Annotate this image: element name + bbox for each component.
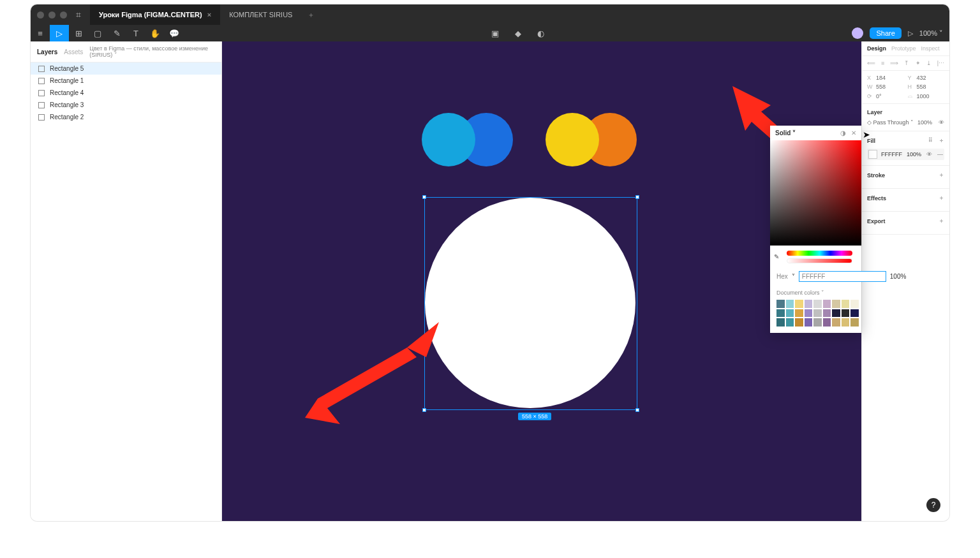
- layer-opacity[interactable]: 100%: [917, 119, 932, 126]
- hue-slider[interactable]: [787, 251, 852, 256]
- resize-handle[interactable]: [422, 195, 426, 199]
- circle-yellow[interactable]: [546, 113, 599, 166]
- color-swatch[interactable]: [795, 300, 803, 308]
- eyedropper-icon[interactable]: ✎: [774, 253, 779, 260]
- color-swatch[interactable]: [832, 300, 840, 308]
- zoom-dot[interactable]: [60, 11, 67, 18]
- circle-white-selected[interactable]: [425, 198, 635, 408]
- align-top-icon[interactable]: ⤒: [904, 60, 909, 66]
- color-swatch[interactable]: [842, 309, 850, 318]
- color-swatch[interactable]: [786, 318, 794, 327]
- menu-icon[interactable]: ≡: [31, 25, 50, 41]
- align-left-icon[interactable]: ⟸: [867, 60, 875, 66]
- align-bottom-icon[interactable]: ⤓: [926, 60, 932, 66]
- blend-icon[interactable]: ◑: [840, 129, 846, 136]
- tab-design[interactable]: Design: [867, 45, 886, 52]
- tab-assets[interactable]: Assets: [64, 48, 83, 55]
- color-swatch[interactable]: [850, 300, 859, 308]
- color-swatch[interactable]: [850, 318, 859, 327]
- avatar[interactable]: [852, 27, 863, 39]
- shape-tool[interactable]: ▢: [88, 25, 107, 41]
- resize-handle[interactable]: [422, 408, 426, 412]
- zoom-level[interactable]: 100% ˅: [919, 29, 943, 38]
- tab-inspect[interactable]: Inspect: [921, 45, 940, 52]
- color-swatch[interactable]: [813, 318, 822, 327]
- align-hcenter-icon[interactable]: ≡: [881, 60, 884, 66]
- page-name[interactable]: Цвет в Figma — стили, массовое изменение…: [89, 45, 215, 58]
- fill-swatch[interactable]: [868, 150, 877, 159]
- close-icon[interactable]: ×: [207, 11, 211, 18]
- pen-tool[interactable]: ✎: [107, 25, 126, 41]
- text-tool[interactable]: T: [126, 25, 145, 41]
- color-swatch[interactable]: [776, 300, 785, 308]
- help-button[interactable]: ?: [926, 498, 940, 512]
- component-icon[interactable]: ◐: [535, 29, 547, 38]
- add-export-icon[interactable]: ＋: [939, 217, 944, 225]
- distribute-icon[interactable]: |⋯: [937, 60, 944, 66]
- add-effect-icon[interactable]: ＋: [939, 194, 944, 202]
- layer-row[interactable]: Rectangle 5: [31, 62, 221, 75]
- remove-fill-icon[interactable]: —: [937, 151, 943, 158]
- layer-row[interactable]: Rectangle 4: [31, 87, 221, 99]
- color-swatch[interactable]: [850, 309, 859, 318]
- hand-tool[interactable]: ✋: [145, 25, 165, 41]
- figma-logo-icon[interactable]: ⌗: [76, 10, 81, 20]
- layer-row[interactable]: Rectangle 2: [31, 111, 221, 123]
- color-swatch[interactable]: [795, 309, 803, 318]
- share-button[interactable]: Share: [870, 27, 901, 39]
- new-tab-button[interactable]: ＋: [301, 4, 321, 25]
- align-right-icon[interactable]: ⟹: [890, 60, 898, 66]
- close-icon[interactable]: ✕: [851, 129, 856, 136]
- color-swatch[interactable]: [805, 309, 813, 318]
- color-swatch[interactable]: [805, 318, 813, 327]
- color-swatch[interactable]: [842, 318, 850, 327]
- x-field[interactable]: X184: [867, 75, 904, 81]
- sv-field[interactable]: [770, 140, 861, 246]
- style-icon[interactable]: ⠿: [928, 137, 933, 143]
- frame-tool[interactable]: ⊞: [69, 25, 88, 41]
- hex-opacity[interactable]: 100%: [890, 273, 907, 280]
- align-vcenter-icon[interactable]: ✦: [916, 60, 921, 66]
- fill-hex[interactable]: FFFFFF: [880, 151, 904, 158]
- layer-row[interactable]: Rectangle 3: [31, 99, 221, 111]
- color-swatch[interactable]: [832, 309, 840, 318]
- color-swatch[interactable]: [786, 300, 794, 308]
- tab-layers[interactable]: Layers: [37, 48, 57, 55]
- fill-row[interactable]: FFFFFF 100% 👁 —: [867, 149, 944, 160]
- add-stroke-icon[interactable]: ＋: [939, 171, 944, 179]
- eye-icon[interactable]: 👁: [939, 119, 944, 126]
- color-swatch[interactable]: [832, 318, 840, 327]
- blend-mode[interactable]: ◇ Pass Through ˅: [867, 119, 914, 126]
- color-swatch[interactable]: [823, 309, 831, 318]
- boolean-icon[interactable]: ◆: [512, 29, 524, 38]
- canvas[interactable]: 558 × 558: [222, 41, 861, 521]
- hex-input[interactable]: [799, 271, 886, 282]
- comment-tool[interactable]: 💬: [165, 25, 184, 41]
- color-swatch[interactable]: [823, 300, 831, 308]
- color-swatch[interactable]: [776, 309, 785, 318]
- fill-opacity[interactable]: 100%: [907, 151, 921, 158]
- resize-handle[interactable]: [635, 408, 639, 412]
- w-field[interactable]: W558: [867, 84, 904, 90]
- mask-icon[interactable]: ▣: [489, 29, 501, 38]
- close-dot[interactable]: [37, 11, 44, 18]
- tab-prototype[interactable]: Prototype: [891, 45, 916, 52]
- layer-row[interactable]: Rectangle 1: [31, 75, 221, 87]
- tab-active[interactable]: Уроки Figma (FIGMA.CENTER) ×: [90, 4, 220, 25]
- color-swatch[interactable]: [786, 309, 794, 318]
- tab-other[interactable]: КОМПЛЕКТ SIRIUS: [220, 4, 301, 25]
- color-swatch[interactable]: [813, 309, 822, 318]
- color-swatch[interactable]: [795, 318, 803, 327]
- circle-lightblue[interactable]: [422, 113, 475, 166]
- color-swatch[interactable]: [805, 300, 813, 308]
- picker-mode[interactable]: Solid ˅: [775, 129, 796, 136]
- color-swatch[interactable]: [776, 318, 785, 327]
- radius-field[interactable]: ⌓1000: [908, 92, 945, 99]
- rotation-field[interactable]: ⟳0°: [867, 92, 904, 99]
- alpha-slider[interactable]: [787, 258, 852, 263]
- eye-icon[interactable]: 👁: [926, 151, 932, 158]
- y-field[interactable]: Y432: [908, 75, 945, 81]
- h-field[interactable]: H558: [908, 84, 945, 90]
- move-tool[interactable]: ▷: [50, 25, 69, 41]
- minimize-dot[interactable]: [48, 11, 56, 18]
